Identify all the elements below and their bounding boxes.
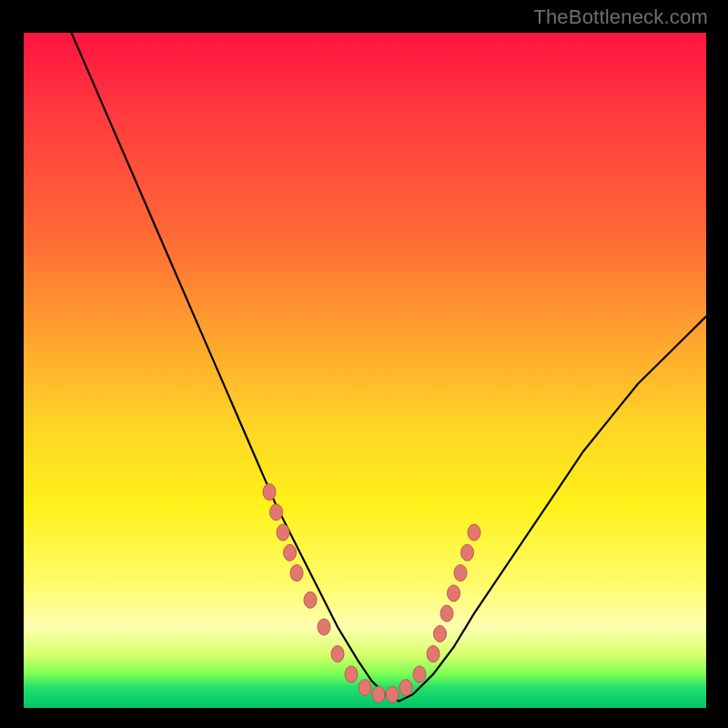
curve-marker xyxy=(290,565,303,581)
curve-marker xyxy=(318,619,330,635)
curve-marker xyxy=(468,524,480,541)
curve-marker xyxy=(345,666,358,682)
curve-marker xyxy=(331,646,344,662)
curve-marker xyxy=(434,625,447,642)
curve-marker xyxy=(277,524,289,541)
curve-marker xyxy=(304,592,317,608)
marker-group xyxy=(263,484,480,703)
curve-marker xyxy=(270,504,283,521)
curve-marker xyxy=(461,544,474,561)
watermark-text: TheBottleneck.com xyxy=(533,5,708,29)
curve-marker xyxy=(440,605,453,622)
curve-marker xyxy=(263,484,276,500)
chart-svg xyxy=(24,33,706,708)
curve-marker xyxy=(427,646,440,662)
plot-area xyxy=(24,33,706,708)
bottleneck-curve xyxy=(72,33,707,702)
curve-marker xyxy=(413,666,426,682)
chart-frame: TheBottleneck.com xyxy=(0,0,728,728)
curve-marker xyxy=(372,686,385,703)
curve-marker xyxy=(386,686,399,703)
curve-marker xyxy=(284,544,297,561)
curve-marker xyxy=(399,680,412,696)
curve-marker xyxy=(454,565,467,581)
curve-marker xyxy=(359,680,371,696)
curve-marker xyxy=(448,585,460,602)
